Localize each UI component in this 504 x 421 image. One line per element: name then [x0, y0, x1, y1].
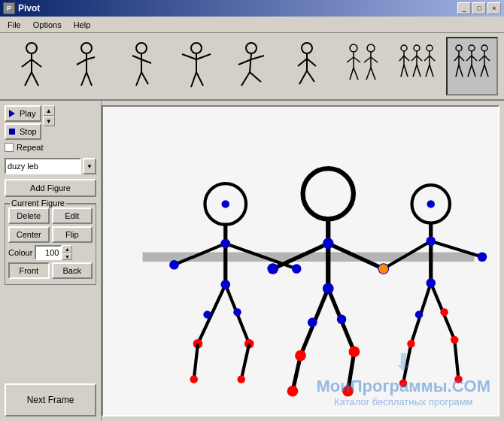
svg-point-92 [169, 260, 179, 270]
svg-line-56 [411, 56, 417, 61]
figure-left [169, 183, 301, 383]
svg-line-38 [347, 57, 354, 62]
select-dropdown-arrow[interactable]: ▼ [83, 158, 96, 174]
svg-line-33 [307, 59, 316, 66]
watermark-site: МоиПрограммы.COM [316, 377, 490, 396]
svg-point-129 [378, 264, 388, 274]
svg-line-5 [32, 72, 38, 86]
menu-file[interactable]: File [2, 19, 27, 31]
svg-line-17 [141, 72, 148, 84]
toolbar-figure-1[interactable] [6, 37, 58, 95]
toolbar-figure-5[interactable] [226, 37, 278, 95]
repeat-checkbox[interactable] [5, 143, 14, 152]
colour-input-wrap: ▲ ▼ [35, 245, 72, 260]
svg-line-41 [354, 68, 358, 80]
svg-line-90 [198, 285, 226, 344]
toolbar-figure-2[interactable] [61, 37, 113, 95]
svg-point-102 [190, 375, 199, 383]
svg-line-62 [424, 56, 430, 61]
svg-line-34 [299, 71, 307, 84]
svg-point-66 [456, 45, 462, 51]
svg-point-99 [233, 308, 241, 317]
colour-up-button[interactable]: ▲ [62, 245, 72, 253]
play-button[interactable]: Play [5, 105, 41, 122]
svg-point-94 [292, 264, 302, 274]
stop-icon [9, 129, 15, 135]
close-button[interactable]: × [487, 2, 501, 14]
toolbar-figure-8[interactable] [391, 37, 443, 95]
colour-input[interactable] [35, 245, 62, 260]
svg-line-16 [136, 72, 141, 86]
svg-point-36 [350, 44, 357, 52]
svg-point-0 [26, 43, 37, 53]
menu-bar: File Options Help [0, 17, 504, 33]
figure-select[interactable]: duzy leb figure2 figure3 [5, 158, 81, 174]
svg-point-111 [337, 314, 347, 324]
svg-point-134 [440, 308, 448, 317]
watermark-tagline: Каталог бесплатных программ [316, 396, 490, 407]
back-button[interactable]: Back [52, 262, 93, 279]
menu-help[interactable]: Help [68, 19, 97, 31]
svg-point-137 [407, 340, 415, 348]
svg-line-21 [196, 54, 211, 59]
figure-select-row: duzy leb figure2 figure3 ▼ [5, 158, 96, 174]
svg-line-20 [182, 54, 196, 59]
colour-down-button[interactable]: ▼ [62, 253, 72, 260]
colour-spinner: ▲ ▼ [62, 245, 72, 260]
svg-line-26 [238, 59, 251, 65]
svg-point-104 [303, 168, 354, 219]
svg-line-3 [32, 59, 41, 67]
svg-line-32 [298, 59, 307, 66]
maximize-button[interactable]: □ [472, 2, 486, 14]
svg-line-2 [22, 59, 32, 67]
svg-point-103 [238, 375, 246, 383]
main-area: Play Stop ▲ ▼ Repeat duzy leb figure2 fi… [0, 101, 504, 421]
svg-line-14 [132, 56, 141, 59]
svg-line-80 [479, 56, 484, 61]
frame-scroll: ▲ ▼ [43, 105, 55, 140]
svg-point-24 [246, 43, 257, 53]
canvas-area[interactable]: ⬇ МоиПрограммы.COM Каталог бесплатных пр… [102, 105, 499, 416]
colour-row: Colour ▲ ▼ [8, 245, 93, 260]
edit-button[interactable]: Edit [52, 207, 93, 224]
flip-button[interactable]: Flip [52, 226, 93, 243]
toolbar-figure-3[interactable] [116, 37, 168, 95]
scroll-up-button[interactable]: ▲ [43, 105, 55, 116]
svg-line-25 [250, 53, 251, 72]
svg-line-45 [371, 57, 378, 62]
minimize-button[interactable]: _ [457, 2, 471, 14]
svg-line-57 [417, 56, 422, 61]
svg-point-6 [81, 43, 92, 53]
front-back-row: Front Back [8, 262, 93, 279]
repeat-label: Repeat [17, 143, 43, 152]
stop-button[interactable]: Stop [5, 123, 41, 140]
play-icon [9, 110, 15, 117]
toolbar-figure-4[interactable] [171, 37, 223, 95]
toolbar-figure-6[interactable] [281, 37, 333, 95]
playback-controls: Play Stop ▲ ▼ [5, 105, 96, 140]
svg-line-46 [366, 68, 371, 80]
svg-point-120 [287, 386, 299, 397]
svg-point-48 [401, 45, 407, 51]
delete-button[interactable]: Delete [8, 207, 50, 224]
svg-point-138 [451, 336, 459, 344]
svg-line-75 [472, 56, 477, 61]
next-frame-button[interactable]: Next Frame [5, 383, 96, 416]
svg-line-69 [459, 56, 464, 61]
svg-line-4 [25, 72, 32, 86]
delete-edit-row: Delete Edit [8, 207, 93, 224]
toolbar-figure-7[interactable] [336, 37, 388, 95]
toolbar-figure-9[interactable] [446, 37, 498, 95]
watermark: ⬇ МоиПрограммы.COM Каталог бесплатных пр… [316, 348, 490, 407]
svg-line-29 [250, 72, 261, 82]
center-button[interactable]: Center [8, 226, 50, 243]
current-figure-title: Current Figure [10, 198, 66, 207]
scroll-down-button[interactable]: ▼ [43, 116, 55, 126]
svg-line-83 [484, 65, 488, 77]
add-figure-button[interactable]: Add Figure [5, 179, 96, 197]
front-button[interactable]: Front [8, 262, 50, 279]
svg-point-130 [426, 236, 436, 246]
svg-line-63 [430, 56, 435, 61]
svg-line-100 [194, 344, 198, 379]
menu-options[interactable]: Options [27, 19, 68, 31]
